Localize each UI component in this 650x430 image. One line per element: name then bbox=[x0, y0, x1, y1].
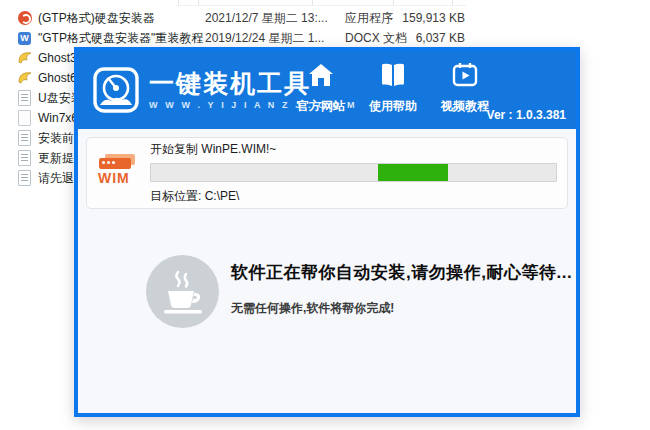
column-header-line bbox=[176, 5, 466, 6]
screen: (GTP格式)硬盘安装器 2021/12/7 星期二 13:... 应用程序 1… bbox=[0, 0, 650, 430]
header-nav: 官方网站 使用帮助 视频教程 bbox=[291, 61, 495, 115]
file-type-icon: W bbox=[17, 31, 32, 46]
text-doc-icon bbox=[18, 170, 31, 186]
progress-body: 开始复制 WinPE.WIM!~ 目标位置: C:\PE\ bbox=[150, 141, 557, 205]
nav-label: 官方网站 bbox=[297, 98, 345, 115]
file-date: 2019/12/24 星期二 1... bbox=[205, 30, 324, 47]
home-icon bbox=[307, 61, 335, 93]
file-type-icon bbox=[17, 111, 32, 126]
nav-item-视频教程[interactable]: 视频教程 bbox=[435, 61, 495, 115]
file-type-icon bbox=[17, 51, 32, 66]
ghost-icon bbox=[18, 71, 32, 85]
file-type-icon bbox=[17, 71, 32, 86]
text-doc-icon bbox=[18, 130, 31, 146]
version-label: Ver : 1.0.3.381 bbox=[487, 108, 566, 122]
file-size: 159,913 KB bbox=[365, 11, 465, 25]
dialog-header: 一键装机工具 W W W . Y I J I A N Z J . C O M 官… bbox=[78, 51, 576, 129]
book-icon bbox=[379, 61, 407, 93]
status-message: 软件正在帮你自动安装,请勿操作,耐心等待... 无需任何操作,软件将帮你完成! bbox=[146, 255, 572, 328]
file-row[interactable]: (GTP格式)硬盘安装器 2021/12/7 星期二 13:... 应用程序 1… bbox=[0, 8, 650, 28]
installer-dialog: 一键装机工具 W W W . Y I J I A N Z J . C O M 官… bbox=[74, 47, 580, 417]
coffee-icon bbox=[146, 255, 219, 328]
text-doc-icon bbox=[18, 90, 31, 106]
progress-status-text: 开始复制 WinPE.WIM!~ bbox=[150, 141, 557, 158]
word-doc-icon: W bbox=[18, 32, 31, 45]
progress-bar-fill bbox=[378, 164, 448, 181]
file-type-icon bbox=[17, 11, 32, 26]
progress-target-path: 目标位置: C:\PE\ bbox=[150, 188, 557, 205]
ghost-icon bbox=[18, 51, 32, 65]
file-type-icon bbox=[17, 171, 32, 186]
wim-badge: WIM bbox=[98, 170, 130, 186]
nav-item-官方网站[interactable]: 官方网站 bbox=[291, 61, 351, 115]
file-date: 2021/12/7 星期二 13:... bbox=[205, 10, 328, 27]
file-type-icon bbox=[17, 91, 32, 106]
progress-bar bbox=[150, 163, 557, 182]
app-logo-gauge-icon bbox=[93, 67, 139, 113]
progress-card: WIM 开始复制 WinPE.WIM!~ 目标位置: C:\PE\ bbox=[86, 137, 568, 209]
app-icon bbox=[18, 11, 32, 25]
text-doc-icon bbox=[18, 150, 31, 166]
file-name: "GTP格式硬盘安装器"重装教程 bbox=[38, 30, 203, 47]
file-type-icon bbox=[17, 151, 32, 166]
video-icon bbox=[451, 61, 479, 93]
message-subtitle: 无需任何操作,软件将帮你完成! bbox=[231, 300, 572, 317]
message-texts: 软件正在帮你自动安装,请勿操作,耐心等待... 无需任何操作,软件将帮你完成! bbox=[231, 255, 572, 317]
file-icon bbox=[18, 110, 31, 126]
file-type-icon bbox=[17, 131, 32, 146]
file-size: 6,037 KB bbox=[365, 31, 465, 45]
nav-label: 视频教程 bbox=[441, 98, 489, 115]
file-row[interactable]: W "GTP格式硬盘安装器"重装教程 2019/12/24 星期二 1... D… bbox=[0, 28, 650, 48]
message-title: 软件正在帮你自动安装,请勿操作,耐心等待... bbox=[231, 261, 572, 284]
file-name: (GTP格式)硬盘安装器 bbox=[38, 10, 155, 27]
wim-file-icon: WIM bbox=[95, 150, 141, 196]
nav-item-使用帮助[interactable]: 使用帮助 bbox=[363, 61, 423, 115]
nav-label: 使用帮助 bbox=[369, 98, 417, 115]
